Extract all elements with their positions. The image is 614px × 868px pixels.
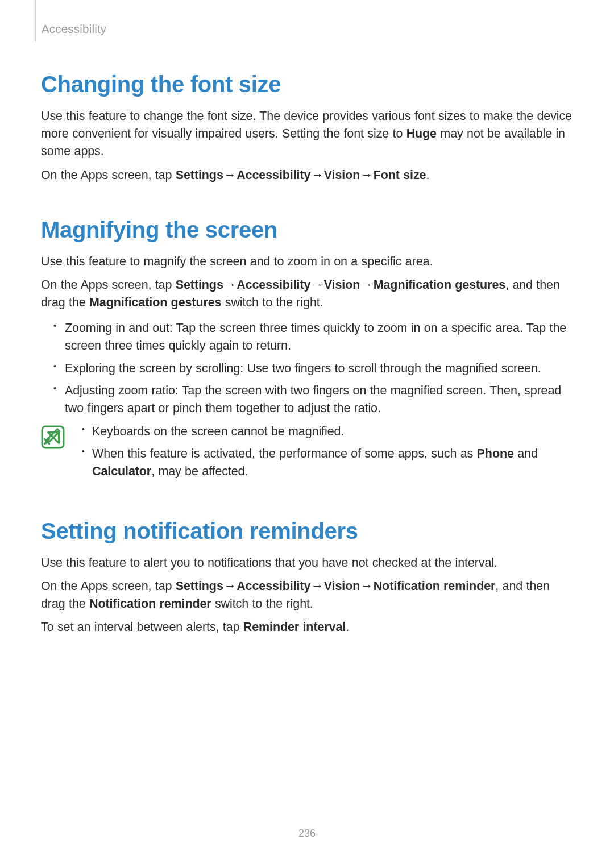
page: Accessibility Changing the font size Use… — [0, 0, 614, 868]
arrow-icon: → — [360, 168, 373, 182]
list-item: Zooming in and out: Tap the screen three… — [65, 319, 573, 355]
paragraph-nav-path: On the Apps screen, tap Settings→Accessi… — [41, 276, 573, 312]
path-step: Settings — [176, 278, 223, 292]
bold-text: Huge — [406, 127, 437, 140]
arrow-icon: → — [223, 579, 237, 593]
bullet-list: Zooming in and out: Tap the screen three… — [41, 319, 573, 417]
text: switch to the right. — [221, 296, 323, 309]
note-block: Keyboards on the screen cannot be magnif… — [41, 423, 573, 485]
text: To set an interval between alerts, tap — [41, 620, 243, 634]
path-step: Magnification gestures — [374, 278, 505, 292]
arrow-icon: → — [360, 579, 373, 593]
paragraph-nav-path: On the Apps screen, tap Settings→Accessi… — [41, 578, 573, 613]
text: On the Apps screen, tap — [41, 278, 176, 292]
list-item: When this feature is activated, the perf… — [92, 445, 573, 480]
path-step: Accessibility — [237, 168, 310, 182]
path-step: Accessibility — [237, 278, 310, 292]
note-icon — [41, 425, 65, 449]
arrow-icon: → — [223, 278, 237, 292]
section-title-notification: Setting notification reminders — [41, 518, 573, 544]
bold-text: Phone — [477, 447, 514, 460]
path-step: Font size — [374, 168, 426, 182]
bold-text: Notification reminder — [89, 597, 211, 610]
list-item: Keyboards on the screen cannot be magnif… — [92, 423, 573, 441]
paragraph: Use this feature to magnify the screen a… — [41, 253, 573, 271]
arrow-icon: → — [310, 278, 323, 292]
path-step: Settings — [176, 168, 223, 182]
note-bullet-list: Keyboards on the screen cannot be magnif… — [76, 423, 573, 481]
bold-text: Magnification gestures — [89, 296, 221, 309]
paragraph: Use this feature to alert you to notific… — [41, 554, 573, 572]
path-step: Accessibility — [237, 579, 310, 593]
path-step: Vision — [324, 278, 360, 292]
bold-text: Reminder interval — [243, 620, 346, 634]
paragraph-nav-path: On the Apps screen, tap Settings→Accessi… — [41, 167, 573, 184]
bold-text: Calculator — [92, 464, 151, 478]
list-item: Adjusting zoom ratio: Tap the screen wit… — [65, 382, 573, 417]
text: and — [514, 447, 538, 460]
list-item: Exploring the screen by scrolling: Use t… — [65, 360, 573, 377]
text: . — [426, 168, 429, 182]
section-title-font-size: Changing the font size — [41, 72, 573, 97]
arrow-icon: → — [223, 168, 237, 182]
path-step: Notification reminder — [374, 579, 496, 593]
paragraph: Use this feature to change the font size… — [41, 107, 573, 161]
arrow-icon: → — [310, 579, 323, 593]
text: . — [346, 620, 349, 634]
arrow-icon: → — [360, 278, 373, 292]
text: When this feature is activated, the perf… — [92, 447, 477, 460]
text: On the Apps screen, tap — [41, 579, 176, 593]
text: , may be affected. — [151, 464, 248, 478]
paragraph: To set an interval between alerts, tap R… — [41, 618, 573, 636]
header-category: Accessibility — [42, 22, 106, 36]
section-title-magnify: Magnifying the screen — [41, 217, 573, 243]
note-text: Keyboards on the screen cannot be magnif… — [76, 423, 573, 485]
page-header: Accessibility — [35, 0, 573, 42]
text: switch to the right. — [211, 597, 313, 610]
page-number: 236 — [0, 828, 614, 840]
text: On the Apps screen, tap — [41, 168, 176, 182]
path-step: Vision — [324, 168, 360, 182]
arrow-icon: → — [310, 168, 323, 182]
path-step: Settings — [176, 579, 223, 593]
path-step: Vision — [324, 579, 360, 593]
